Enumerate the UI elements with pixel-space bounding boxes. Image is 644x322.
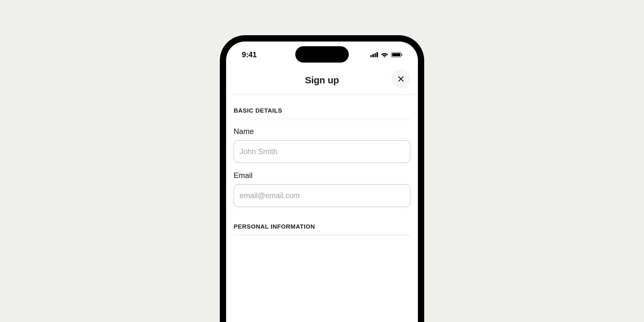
field-group-email: Email [234,163,410,207]
status-time: 9:41 [242,50,257,59]
status-bar: 9:41 [226,42,418,64]
phone-screen: 9:41 [226,42,418,322]
phone-frame: 9:41 [220,35,424,322]
dynamic-island [295,46,349,63]
close-button[interactable] [391,69,410,88]
close-icon [398,76,404,82]
status-indicators [370,52,402,57]
battery-icon [391,52,402,57]
field-group-name: Name [234,119,410,163]
cellular-icon [370,52,378,57]
email-label: Email [234,171,410,180]
section-header-basic-details: BASIC DETAILS [234,95,410,119]
email-input[interactable] [234,184,410,207]
wifi-icon [381,52,388,57]
section-header-personal-information: PERSONAL INFORMATION [234,207,410,235]
name-label: Name [234,127,410,136]
page-header: Sign up [226,64,418,95]
svg-point-0 [384,56,385,57]
name-input[interactable] [234,140,410,163]
form-content: BASIC DETAILS Name Email PERSONAL INFORM… [226,95,418,235]
page-title: Sign up [305,75,339,86]
